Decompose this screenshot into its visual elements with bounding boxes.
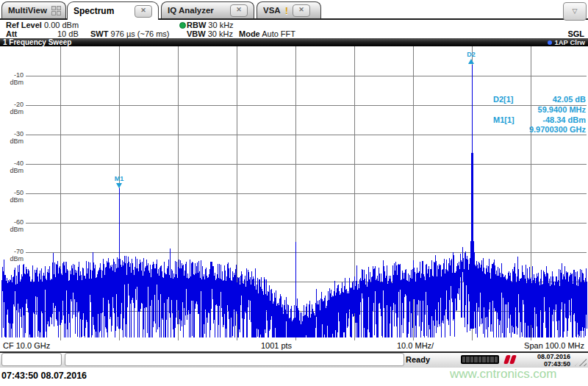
status-date: 08.07.2016 (537, 353, 570, 360)
span-label[interactable]: Span 100.0 MHz (524, 341, 584, 350)
marker-readout-row[interactable]: 9.9700300 GHz (493, 125, 586, 135)
marker-readout-panel: D2[1]42.05 dB59.9400 MHzM1[1]-48.34 dBm9… (493, 95, 586, 135)
tab-multiview[interactable]: MultiView (1, 1, 66, 18)
status-error-icon (503, 355, 518, 364)
spectrum-analyzer-screen: MultiView Spectrum ✕ IQ Analyzer ✕ VSA !… (0, 0, 588, 386)
result-window-titlebar[interactable]: 1 Frequency Sweep 1AP Clrw (0, 38, 588, 46)
marker-d2-icon[interactable] (468, 59, 474, 64)
att-label: Att (6, 29, 17, 38)
tab-spectrum-close-icon[interactable]: ✕ (135, 5, 152, 18)
tab-iq-analyzer-label: IQ Analyzer (168, 6, 226, 15)
trace-indicator: 1AP Clrw (548, 38, 585, 46)
tab-multiview-label: MultiView (8, 6, 47, 15)
rbw-label: RBW (187, 21, 206, 29)
y-axis-tick-label: -60 dBm (0, 218, 24, 233)
ref-level-label: Ref Level (6, 21, 42, 29)
spectrum-trace-canvas (0, 46, 588, 340)
mode-label: Mode (239, 29, 260, 38)
status-datetime: 08.07.2016 07:43:50 (537, 353, 570, 368)
sweep-progress-bar (461, 355, 499, 364)
status-bar: Ready 08.07.2016 07:43:50 (0, 353, 588, 368)
marker-m1-label: M1 (115, 175, 124, 182)
tab-vsa-label: VSA (263, 6, 281, 15)
channel-tab-bar: MultiView Spectrum ✕ IQ Analyzer ✕ VSA !… (0, 0, 588, 20)
y-axis-tick-label: -20 dBm (0, 101, 24, 115)
marker-m1-icon[interactable] (116, 183, 122, 188)
swt-value: 976 µs (~76 ms) (111, 29, 170, 38)
watermark: www.cntronics.com (450, 367, 556, 382)
tab-list-dropdown-button[interactable]: ▽ (563, 2, 587, 21)
taskbar-slot-1[interactable] (1, 353, 62, 366)
taskbar-slot-2[interactable] (65, 353, 404, 366)
trace-indicator-label: 1AP Clrw (554, 38, 585, 46)
footer-datetime: 07:43:50 08.07.2016 (1, 371, 87, 381)
marker-d2-label: D2 (467, 51, 476, 58)
multiview-grid-icon (51, 6, 61, 15)
window-title: 1 Frequency Sweep (3, 38, 71, 46)
tab-iq-analyzer-close-icon[interactable]: ✕ (230, 4, 248, 17)
y-axis-tick-label: -70 dBm (0, 248, 24, 262)
vbw-value: 30 kHz (208, 29, 233, 38)
rbw-field[interactable]: RBW 30 kHz (187, 21, 234, 29)
per-division-label: 10.0 MHz/ (397, 341, 434, 350)
single-sweep-badge: SGL (567, 29, 584, 38)
x-axis-bar: CF 10.0 GHz 1001 pts 10.0 MHz/ Span 100.… (0, 340, 588, 353)
vbw-label: VBW (187, 29, 206, 38)
tab-spectrum-label: Spectrum (74, 6, 130, 16)
trace-color-dot-icon (548, 40, 552, 45)
mode-value: Auto FFT (262, 29, 295, 38)
sweep-points-label: 1001 pts (250, 341, 303, 350)
tab-spectrum[interactable]: Spectrum ✕ (67, 1, 159, 20)
mode-field[interactable]: Mode Auto FFT (239, 29, 295, 38)
settings-header: Ref Level 0.00 dBm Att 10 dB SWT 976 µs … (0, 20, 588, 38)
y-axis-tick-label: -40 dBm (0, 160, 24, 174)
marker-readout-row[interactable]: D2[1]42.05 dB (493, 95, 586, 105)
measuring-led-icon (179, 22, 186, 29)
center-frequency-label[interactable]: CF 10.0 GHz (3, 341, 50, 350)
att-value[interactable]: 10 dB (57, 29, 79, 38)
vsa-warning-icon: ! (285, 5, 288, 16)
vbw-field[interactable]: VBW 30 kHz (187, 29, 233, 38)
rbw-value: 30 kHz (208, 21, 233, 29)
ref-level-field[interactable]: Ref Level 0.00 dBm (6, 21, 79, 29)
status-ready-label: Ready (406, 355, 430, 364)
att-field[interactable]: Att (6, 29, 17, 38)
tab-vsa[interactable]: VSA ! ✕ (257, 1, 321, 18)
swt-label: SWT (90, 29, 108, 38)
y-axis-tick-label: -10 dBm (0, 71, 24, 86)
ref-level-value: 0.00 dBm (44, 21, 79, 29)
spectrum-plot: -10 dBm-20 dBm-30 dBm-40 dBm-50 dBm-60 d… (0, 46, 588, 340)
y-axis-tick-label: -50 dBm (0, 189, 24, 204)
tab-vsa-close-icon[interactable]: ✕ (293, 4, 310, 17)
swt-field[interactable]: SWT 976 µs (~76 ms) (90, 29, 170, 38)
marker-readout-row[interactable]: 59.9400 MHz (493, 105, 586, 115)
y-axis-tick-label: -30 dBm (0, 130, 24, 145)
tab-iq-analyzer[interactable]: IQ Analyzer ✕ (161, 1, 254, 18)
marker-readout-row[interactable]: M1[1]-48.34 dBm (493, 115, 586, 126)
resize-grip[interactable] (575, 356, 587, 366)
